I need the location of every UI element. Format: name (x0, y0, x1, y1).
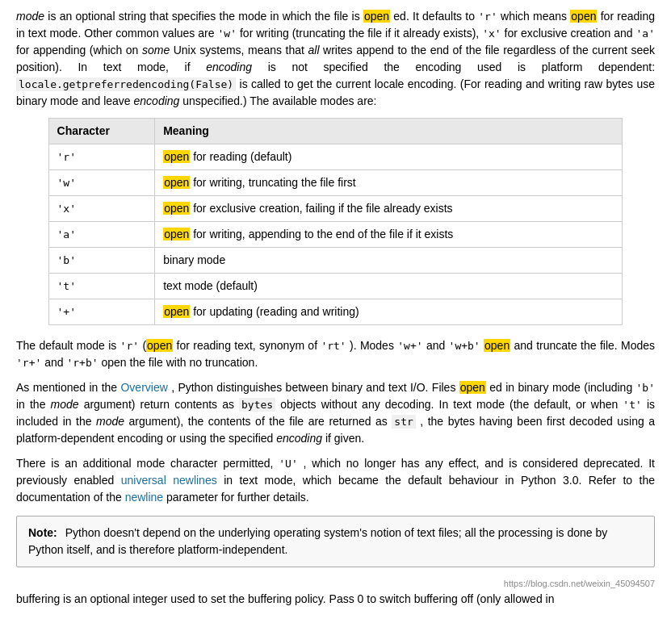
highlight-open-1: open (363, 10, 390, 23)
highlight-open-trunc: open (484, 339, 510, 352)
encoding-italic-1: encoding (206, 61, 252, 73)
table-row: 'r' open for reading (default) (48, 144, 623, 170)
encoding-italic-2: encoding (134, 94, 180, 107)
code-r-default: 'r' (120, 340, 139, 352)
universal-newlines-link[interactable]: universal newlines (121, 474, 217, 487)
table-cell-meaning: open for writing, appending to the end o… (155, 222, 623, 248)
table-cell-char: 'r' (48, 144, 155, 170)
doc-content: mode is an optional string that specifie… (16, 8, 655, 608)
table-cell-meaning: open for writing, truncating the file fi… (155, 170, 623, 196)
highlight-open-default: open (146, 339, 173, 352)
table-row: 'x' open for exclusive creation, failing… (48, 196, 623, 222)
intro-paragraph: mode is an optional string that specifie… (16, 8, 655, 110)
code-a: 'a' (636, 27, 655, 40)
highlight-open: open (163, 202, 190, 215)
table-row: 'a' open for writing, appending to the e… (48, 222, 623, 248)
table-cell-meaning: open for updating (reading and writing) (155, 299, 623, 325)
table-cell-char: 't' (48, 274, 155, 299)
code-x: 'x' (482, 27, 501, 40)
code-U: 'U' (279, 458, 297, 470)
code-rplusb: 'r+b' (66, 357, 98, 369)
code-rplus: 'r+' (16, 357, 41, 369)
table-header-meaning: Meaning (155, 119, 623, 144)
table-header-row: Character Meaning (48, 119, 623, 144)
highlight-open: open (163, 176, 190, 189)
mode-italic-3: mode (96, 415, 124, 428)
modes-table: Character Meaning 'r' open for reading (… (48, 118, 623, 325)
overview-link[interactable]: Overview (120, 381, 167, 394)
table-row: 'b' binary mode (48, 248, 623, 274)
table-cell-char: 'a' (48, 222, 155, 248)
code-t-arg: 't' (623, 399, 641, 411)
some-italic: some (142, 44, 170, 56)
table-cell-meaning: open for exclusive creation, failing if … (155, 196, 623, 222)
table-row: 't' text mode (default) (48, 274, 623, 299)
binary-text-paragraph: As mentioned in the Overview , Python di… (16, 379, 655, 447)
bottom-text: buffering is an optional integer used to… (16, 592, 554, 605)
default-mode-paragraph: The default mode is 'r' (open for readin… (16, 337, 655, 371)
code-wplusb: 'w+b' (449, 340, 480, 352)
mode-italic: mode (16, 10, 44, 23)
locale-getpreferredencoding: locale.getpreferredencoding(False) (16, 77, 236, 91)
code-rt: 'rt' (321, 340, 346, 352)
all-italic: all (308, 44, 320, 56)
note-label: Note: (28, 526, 57, 539)
highlight-open: open (163, 150, 190, 163)
table-cell-char: '+' (48, 299, 155, 325)
bytes-code: bytes (239, 398, 275, 412)
table-cell-meaning: open for reading (default) (155, 144, 623, 170)
table-cell-char: 'x' (48, 196, 155, 222)
watermark: https://blog.csdn.net/weixin_45094507 (16, 577, 655, 591)
table-row: 'w' open for writing, truncating the fil… (48, 170, 623, 196)
table-cell-meaning: text mode (default) (155, 274, 623, 299)
highlight-opened: open (459, 381, 486, 394)
code-wplus: 'w+' (397, 340, 422, 352)
code-r: 'r' (478, 10, 497, 23)
note-box: Note: Python doesn't depend on the under… (16, 516, 655, 567)
universal-newlines-paragraph: There is an additional mode character pe… (16, 455, 655, 506)
code-w: 'w' (218, 27, 237, 40)
code-b-arg: 'b' (636, 382, 655, 394)
table-header-character: Character (48, 119, 155, 144)
table-row: '+' open for updating (reading and writi… (48, 299, 623, 325)
newline-link[interactable]: newline (125, 491, 163, 504)
note-text: Python doesn't depend on the underlying … (28, 526, 607, 556)
table-cell-meaning: binary mode (155, 248, 623, 274)
bottom-paragraph: buffering is an optional integer used to… (16, 591, 655, 608)
encoding-italic-3: encoding (276, 432, 322, 445)
highlight-open: open (163, 305, 190, 318)
highlight-open-2: open (570, 10, 597, 23)
str-code: str (392, 415, 415, 429)
table-cell-char: 'b' (48, 248, 155, 274)
table-cell-char: 'w' (48, 170, 155, 196)
watermark-text: https://blog.csdn.net/weixin_45094507 (504, 579, 655, 588)
mode-italic-2: mode (51, 398, 79, 411)
highlight-open: open (163, 228, 190, 240)
